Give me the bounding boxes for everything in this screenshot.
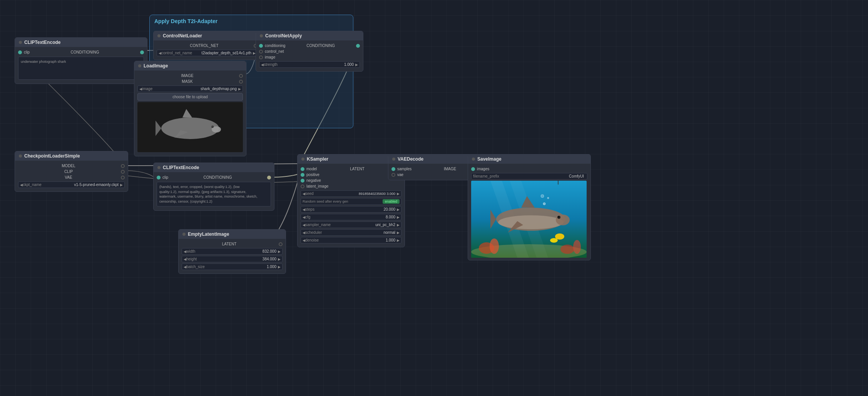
- latent-image-in-socket[interactable]: [301, 185, 304, 188]
- filename-prefix-field[interactable]: filename_prefix ComfyUI: [471, 173, 587, 180]
- height-arrow-right[interactable]: ▶: [278, 257, 281, 261]
- clip-out-socket[interactable]: [121, 170, 125, 174]
- scheduler-arrow-left[interactable]: ◀: [303, 231, 305, 235]
- samples-in-socket[interactable]: [391, 167, 395, 171]
- strength-arrow-left[interactable]: ◀: [261, 63, 264, 67]
- seed-arrow-left[interactable]: ◀: [303, 192, 305, 196]
- node-dot-9: [392, 158, 395, 161]
- scheduler-field-value: normal: [328, 230, 397, 235]
- image-out-socket[interactable]: [239, 74, 243, 78]
- clip-text-1-content[interactable]: underwater photograph shark: [18, 57, 144, 80]
- control-net-out-label: CONTROL_NET: [190, 44, 218, 48]
- batch-size-field[interactable]: ◀ batch_size 1.000 ▶: [182, 263, 283, 270]
- control-net-name-field[interactable]: ◀ control_net_name t2iadapter_depth_sd14…: [157, 50, 258, 56]
- width-arrow-right[interactable]: ▶: [278, 250, 281, 253]
- mask-out-socket[interactable]: [239, 80, 243, 84]
- negative-in-label: negative: [306, 178, 321, 183]
- controlnet-loader-title: ControlNetLoader: [163, 33, 202, 39]
- latent-out-label: LATENT: [222, 242, 237, 246]
- sampler-arrow-left[interactable]: ◀: [303, 223, 305, 227]
- controlnet-apply-title: ControlNetApply: [265, 33, 302, 39]
- mask-out-label: MASK: [182, 79, 192, 84]
- vae-out-row: VAE: [18, 175, 125, 180]
- svg-marker-2: [182, 109, 192, 117]
- node-dot-6: [157, 166, 161, 169]
- steps-arrow-left[interactable]: ◀: [303, 208, 305, 211]
- sampler-arrow-right[interactable]: ▶: [397, 223, 400, 227]
- sampler-name-field[interactable]: ◀ sampler_name uni_pc_bh2 ▶: [301, 221, 401, 228]
- cn-arrow-left[interactable]: ◀: [159, 51, 161, 55]
- ckpt-arrow-right[interactable]: ▶: [120, 183, 123, 187]
- cfg-arrow-left[interactable]: ◀: [303, 215, 305, 219]
- image-in-socket[interactable]: [259, 55, 263, 59]
- batch-arrow-right[interactable]: ▶: [278, 265, 281, 269]
- strength-arrow-right[interactable]: ▶: [355, 63, 358, 67]
- positive-in-socket[interactable]: [301, 173, 304, 177]
- img-arrow-left[interactable]: ◀: [139, 87, 142, 91]
- batch-arrow-left[interactable]: ◀: [184, 265, 186, 269]
- height-field[interactable]: ◀ height 384.000 ▶: [182, 256, 283, 262]
- upload-button[interactable]: choose file to upload: [137, 93, 243, 101]
- scheduler-arrow-right[interactable]: ▶: [397, 231, 400, 235]
- seed-field[interactable]: ◀ seed 89185840235600 3.000 ▶: [301, 190, 401, 197]
- width-field[interactable]: ◀ width 832.000 ▶: [182, 248, 283, 255]
- strength-field[interactable]: ◀ strength 1.000 ▶: [259, 61, 360, 68]
- random-seed-toggle[interactable]: enabled: [383, 199, 400, 204]
- svg-point-6: [212, 126, 213, 127]
- empty-latent-header: EmptyLatentImage: [179, 230, 286, 239]
- cn-arrow-right[interactable]: ▶: [253, 51, 256, 55]
- controlnet-loader-header: ControlNetLoader: [154, 31, 261, 40]
- strength-field-value: 1.000: [287, 62, 355, 67]
- conditioning-in-row: conditioning CONDITIONING: [259, 43, 360, 49]
- latent-out-socket[interactable]: [279, 242, 283, 246]
- model-in-socket[interactable]: [301, 167, 304, 171]
- conditioning-out-label-1: CONDITIONING: [71, 50, 99, 54]
- vae-out-socket[interactable]: [121, 176, 125, 180]
- steps-field[interactable]: ◀ steps 20.000 ▶: [301, 206, 401, 213]
- batch-field-label: batch_size: [186, 265, 209, 269]
- denoise-field-label: denoise: [305, 238, 328, 242]
- denoise-field[interactable]: ◀ denoise 1.000 ▶: [301, 237, 401, 243]
- conditioning-out-socket-1[interactable]: [140, 50, 144, 54]
- vae-out-label: VAE: [65, 175, 72, 180]
- control-net-in-socket[interactable]: [259, 50, 263, 54]
- conditioning-out-socket-2[interactable]: [356, 44, 360, 48]
- load-image-header: LoadImage: [134, 61, 246, 70]
- cfg-arrow-right[interactable]: ▶: [397, 215, 400, 219]
- clip-text-2-content[interactable]: (hands), text, error, cropped, (worst qu…: [157, 182, 271, 206]
- img-arrow-right[interactable]: ▶: [238, 87, 241, 91]
- denoise-arrow-left[interactable]: ◀: [303, 238, 305, 242]
- controlnet-apply-header: ControlNetApply: [256, 31, 363, 40]
- seed-arrow-right[interactable]: ▶: [397, 192, 400, 196]
- conditioning-out-socket-neg[interactable]: [267, 176, 271, 180]
- conditioning-in-socket[interactable]: [259, 44, 263, 48]
- width-field-value: 832.000: [209, 249, 278, 253]
- cfg-field[interactable]: ◀ cfg 8.000 ▶: [301, 214, 401, 220]
- image-in-label: image: [265, 55, 275, 59]
- images-in-socket[interactable]: [471, 167, 475, 171]
- clip-in-socket[interactable]: [18, 50, 22, 54]
- svg-point-20: [498, 215, 564, 229]
- negative-in-socket[interactable]: [301, 179, 304, 183]
- denoise-field-value: 1.000: [328, 238, 397, 242]
- scheduler-field[interactable]: ◀ scheduler normal ▶: [301, 229, 401, 236]
- clip-in-socket-2[interactable]: [157, 176, 161, 180]
- node-dot-4: [260, 34, 263, 37]
- filename-field-label: filename_prefix: [473, 174, 499, 178]
- scheduler-field-label: scheduler: [305, 230, 328, 235]
- vae-in-socket[interactable]: [391, 173, 395, 177]
- width-arrow-left[interactable]: ◀: [184, 250, 186, 253]
- clip-text-encode-2-header: CLIPTextEncode: [154, 163, 274, 172]
- random-seed-field: Random seed after every gen enabled: [301, 198, 401, 205]
- vae-decode-title: VAEDecode: [398, 156, 423, 162]
- clip-text-encode-2-node: CLIPTextEncode clip CONDITIONING (hands)…: [153, 163, 274, 211]
- ckpt-arrow-left[interactable]: ◀: [20, 183, 23, 187]
- ckpt-name-field[interactable]: ◀ ckpt_name v1-5-pruned-emaonly.ckpt ▶: [18, 181, 125, 188]
- conditioning-in-label: conditioning: [265, 44, 285, 48]
- steps-arrow-right[interactable]: ▶: [397, 208, 400, 211]
- height-arrow-left[interactable]: ◀: [184, 257, 186, 261]
- image-file-field[interactable]: ◀ image shark_depthmap.png ▶: [137, 86, 243, 92]
- model-out-socket[interactable]: [121, 164, 125, 168]
- svg-point-28: [541, 195, 544, 198]
- denoise-arrow-right[interactable]: ▶: [397, 238, 400, 242]
